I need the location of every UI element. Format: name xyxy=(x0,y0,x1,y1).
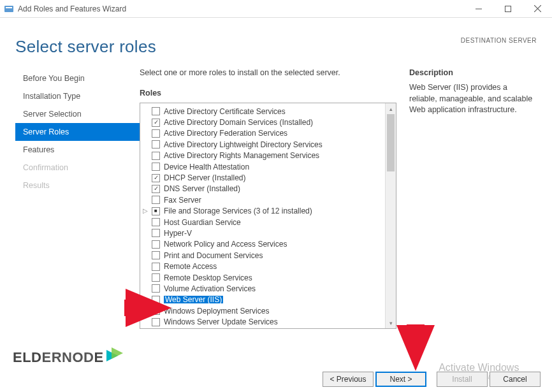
instructions-text: Select one or more roles to install on t… xyxy=(140,68,396,77)
role-item[interactable]: DNS Server (Installed) xyxy=(142,184,384,194)
wizard-footer: < Previous Next > Install Cancel xyxy=(323,372,541,387)
role-label: Network Policy and Access Services xyxy=(164,240,287,248)
role-checkbox[interactable] xyxy=(152,107,160,115)
title-bar: Add Roles and Features Wizard xyxy=(0,0,552,18)
role-item[interactable]: Fax Server xyxy=(142,194,384,205)
role-item[interactable]: Network Policy and Access Services xyxy=(142,239,384,250)
role-checkbox[interactable] xyxy=(152,152,160,160)
step-before-you-begin[interactable]: Before You Begin xyxy=(15,69,140,87)
expand-icon[interactable]: ▷ xyxy=(143,208,149,214)
role-checkbox[interactable] xyxy=(152,307,160,315)
page-title: Select server roles xyxy=(15,37,156,57)
cancel-button[interactable]: Cancel xyxy=(490,372,541,387)
role-item[interactable]: ▷File and Storage Services (3 of 12 inst… xyxy=(142,206,384,217)
role-checkbox[interactable] xyxy=(152,251,160,259)
step-confirmation: Confirmation xyxy=(15,159,140,177)
app-icon xyxy=(4,4,14,14)
role-item[interactable]: Device Health Attestation xyxy=(142,161,384,172)
role-item[interactable]: Remote Desktop Services xyxy=(142,272,384,283)
role-item[interactable]: Web Server (IIS) xyxy=(142,294,384,305)
role-checkbox[interactable] xyxy=(152,229,160,237)
role-checkbox[interactable] xyxy=(152,218,160,226)
svg-rect-1 xyxy=(6,7,12,8)
role-item[interactable]: Active Directory Domain Services (Instal… xyxy=(142,117,384,127)
next-button[interactable]: Next > xyxy=(375,372,426,387)
role-item[interactable]: Windows Deployment Services xyxy=(142,305,384,316)
install-button: Install xyxy=(437,372,488,387)
role-label: Windows Deployment Services xyxy=(164,307,269,315)
role-checkbox[interactable] xyxy=(152,174,160,182)
role-checkbox[interactable] xyxy=(152,163,160,171)
role-checkbox[interactable] xyxy=(152,119,160,127)
scroll-up-icon[interactable]: ▴ xyxy=(386,103,396,114)
wizard-steps-sidebar: Before You Begin Installation Type Serve… xyxy=(15,69,140,329)
role-label: Remote Access xyxy=(164,263,217,270)
role-label: Device Health Attestation xyxy=(164,163,249,171)
role-label: Volume Activation Services xyxy=(164,285,256,293)
role-item[interactable]: Print and Document Services xyxy=(142,250,384,261)
window-title: Add Roles and Features Wizard xyxy=(18,4,464,13)
role-label: Print and Document Services xyxy=(164,252,263,259)
scroll-thumb[interactable] xyxy=(387,114,395,171)
role-item[interactable]: Active Directory Lightweight Directory S… xyxy=(142,139,384,150)
role-checkbox[interactable] xyxy=(152,240,160,249)
annotation-arrow-right xyxy=(398,324,433,372)
role-label: File and Storage Services (3 of 12 insta… xyxy=(164,207,312,215)
role-label: DHCP Server (Installed) xyxy=(164,174,245,182)
role-item[interactable]: Remote Access xyxy=(142,261,384,272)
role-item[interactable]: Active Directory Federation Services xyxy=(142,128,384,139)
scroll-down-icon[interactable]: ▾ xyxy=(386,317,396,328)
destination-server-label: DESTINATION SERVER xyxy=(461,37,537,44)
role-checkbox[interactable] xyxy=(152,284,160,293)
role-checkbox[interactable] xyxy=(152,263,160,271)
role-label: Windows Server Update Services xyxy=(164,318,278,326)
roles-listbox: Active Directory Certificate ServicesAct… xyxy=(140,103,396,329)
svg-marker-7 xyxy=(112,347,123,359)
role-checkbox[interactable] xyxy=(152,140,160,149)
description-text: Web Server (IIS) provides a reliable, ma… xyxy=(409,82,537,116)
svg-rect-3 xyxy=(505,6,511,11)
logo-triangle-icon xyxy=(105,347,124,368)
role-checkbox[interactable] xyxy=(152,129,160,138)
step-results: Results xyxy=(15,177,140,194)
role-label: Active Directory Federation Services xyxy=(164,129,287,137)
role-item[interactable]: Hyper-V xyxy=(142,228,384,238)
role-label: Host Guardian Service xyxy=(164,219,241,226)
close-button[interactable] xyxy=(523,0,552,18)
role-label: Fax Server xyxy=(164,196,201,204)
roles-scrollbar[interactable]: ▴ ▾ xyxy=(385,103,396,328)
eldernode-logo: ELDERNODE xyxy=(13,347,124,368)
role-item[interactable]: Active Directory Certificate Services xyxy=(142,106,384,117)
role-label: Web Server (IIS) xyxy=(164,296,223,303)
step-features[interactable]: Features xyxy=(15,141,140,159)
role-item[interactable]: Volume Activation Services xyxy=(142,283,384,294)
previous-button[interactable]: < Previous xyxy=(323,372,374,387)
role-item[interactable]: Windows Server Update Services xyxy=(142,316,384,327)
role-item[interactable]: Host Guardian Service xyxy=(142,217,384,228)
role-checkbox[interactable] xyxy=(152,296,160,304)
role-checkbox[interactable] xyxy=(152,185,160,193)
role-label: Active Directory Certificate Services xyxy=(164,108,286,115)
role-label: Hyper-V xyxy=(164,229,192,237)
minimize-button[interactable] xyxy=(464,0,493,18)
role-label: Active Directory Domain Services (Instal… xyxy=(164,119,313,126)
role-checkbox[interactable] xyxy=(152,273,160,282)
role-item[interactable]: Active Directory Rights Management Servi… xyxy=(142,150,384,161)
svg-rect-0 xyxy=(4,6,13,12)
role-label: Active Directory Lightweight Directory S… xyxy=(164,141,323,149)
role-checkbox[interactable] xyxy=(152,207,160,215)
role-label: DNS Server (Installed) xyxy=(164,185,240,192)
role-checkbox[interactable] xyxy=(152,318,160,326)
wizard-header: Select server roles DESTINATION SERVER xyxy=(0,18,552,68)
role-label: Remote Desktop Services xyxy=(164,274,252,282)
maximize-button[interactable] xyxy=(493,0,523,18)
roles-label: Roles xyxy=(140,89,396,98)
description-label: Description xyxy=(409,68,537,77)
step-installation-type[interactable]: Installation Type xyxy=(15,87,140,105)
step-server-roles[interactable]: Server Roles xyxy=(15,123,140,141)
role-label: Active Directory Rights Management Servi… xyxy=(164,152,319,159)
step-server-selection[interactable]: Server Selection xyxy=(15,105,140,123)
role-item[interactable]: DHCP Server (Installed) xyxy=(142,172,384,183)
role-checkbox[interactable] xyxy=(152,196,160,204)
